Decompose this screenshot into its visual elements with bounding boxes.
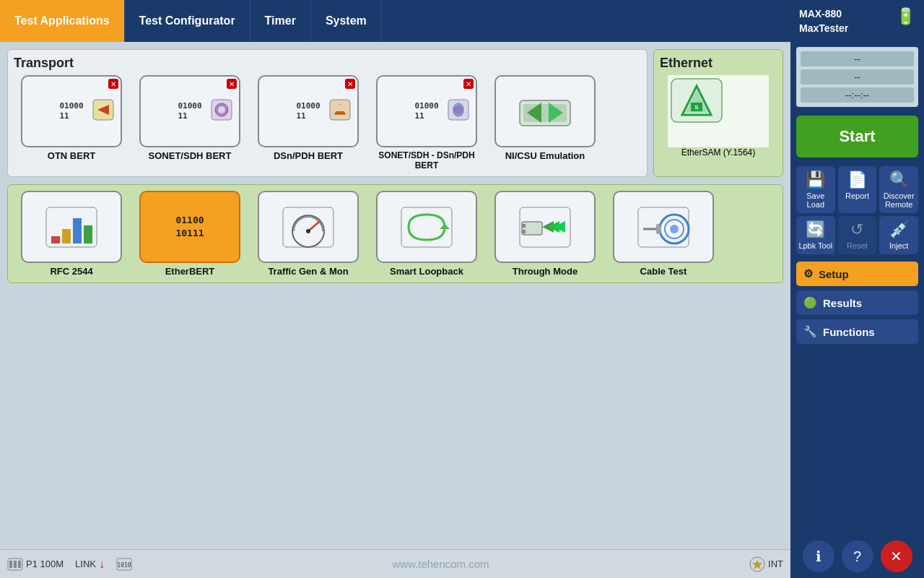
start-button[interactable]: Start [796, 116, 918, 158]
svg-point-42 [670, 225, 679, 233]
status-link: LINK ↓ [75, 558, 105, 571]
svg-rect-48 [18, 561, 21, 568]
svg-rect-34 [522, 224, 526, 228]
setup-panel[interactable]: ⚙ Setup [796, 262, 918, 286]
svg-rect-46 [9, 561, 12, 568]
inject-button[interactable]: 💉 Inject [879, 216, 918, 254]
tab-timer[interactable]: Timer [250, 0, 311, 42]
svg-rect-47 [14, 561, 17, 568]
functions-panel[interactable]: 🔧 Functions [796, 319, 918, 344]
ethernet-apps-row: RFC 2544 0110010111 EtherBERT [7, 184, 783, 283]
sidebar: MAX-880 MaxTester 🔋 -- -- --:--:-- Start… [790, 0, 924, 578]
nav-bar: Test Applications Test Configurator Time… [0, 0, 790, 42]
svg-point-10 [453, 106, 463, 116]
tab-test-configurator[interactable]: Test Configurator [125, 0, 250, 42]
transport-section: Transport ✕ 0100011 [7, 49, 648, 177]
svg-rect-44 [656, 224, 661, 234]
report-button[interactable]: 📄 Report [838, 166, 877, 213]
app-icon-cable-test[interactable]: Cable Test [606, 191, 721, 277]
discover-remote-icon: 🔍 [889, 171, 909, 189]
reset-icon: ↺ [850, 220, 863, 239]
sidebar-header: MAX-880 MaxTester 🔋 [790, 0, 924, 43]
ethernet-section: Ethernet S EtherSAM (Y.1564) [653, 49, 783, 177]
app-icon-traffic-gen-mon[interactable]: Traffic Gen & Mon [250, 191, 366, 277]
app-icon-smart-loopback[interactable]: Smart Loopback [369, 191, 484, 277]
status-int: INT [749, 556, 783, 572]
svg-rect-23 [73, 218, 82, 243]
svg-rect-24 [84, 225, 92, 243]
results-icon: 🟢 [803, 296, 817, 309]
tab-test-applications[interactable]: Test Applications [0, 0, 125, 42]
watermark: www.tehencom.com [144, 558, 738, 570]
svg-rect-25 [283, 207, 334, 247]
info-button[interactable]: ℹ [803, 540, 834, 572]
app-icon-etherbert[interactable]: 0110010111 EtherBERT [132, 191, 248, 277]
app-area: Transport ✕ 0100011 [0, 42, 790, 549]
inject-icon: 💉 [889, 220, 909, 239]
display-time: --:--:-- [801, 87, 914, 103]
results-panel[interactable]: 🟢 Results [796, 290, 918, 315]
svg-rect-21 [51, 236, 60, 243]
info-icon: ℹ [816, 548, 821, 565]
svg-point-4 [218, 106, 225, 113]
reset-button: ↺ Reset [838, 216, 877, 254]
svg-rect-35 [522, 230, 526, 233]
app-icon-sonet-sdh-bert[interactable]: ✕ 0100011 [132, 75, 248, 171]
transport-label: Transport [14, 56, 641, 71]
ethernet-label: Ethernet [660, 56, 777, 71]
lpbk-tool-button[interactable]: 🔄 Lpbk Tool [796, 216, 835, 254]
display-row-2: -- [801, 69, 914, 85]
app-icon-ether-sam[interactable]: S EtherSAM (Y.1564) [660, 75, 777, 158]
save-load-icon: 💾 [806, 171, 825, 189]
tab-system[interactable]: System [311, 0, 382, 42]
status-port: P1 100M [7, 558, 64, 571]
app-icon-ni-csu-emulation[interactable]: NI/CSU Emulation [487, 75, 603, 171]
svg-text:1010: 1010 [117, 562, 131, 569]
app-icon-dsn-pdh-bert[interactable]: ✕ 0100011 [250, 75, 366, 171]
display-row-1: -- [801, 51, 914, 66]
svg-point-29 [306, 229, 310, 233]
link-arrow-icon: ↓ [99, 558, 105, 571]
lpbk-tool-icon: 🔄 [806, 220, 825, 239]
svg-rect-22 [62, 229, 71, 243]
setup-icon: ⚙ [803, 267, 813, 280]
transport-app-row: ✕ 0100011 OT [14, 75, 641, 171]
app-icon-through-mode[interactable]: Through Mode [487, 191, 603, 277]
status-bar: P1 100M LINK ↓ 1010 www.tehencom.com INT [0, 549, 790, 578]
help-icon: ? [853, 548, 861, 565]
sidebar-function-buttons: 💾 SaveLoad 📄 Report 🔍 Discover Remote 🔄 … [790, 162, 924, 259]
close-icon: ✕ [890, 548, 902, 565]
functions-icon: 🔧 [803, 325, 817, 338]
close-button[interactable]: ✕ [881, 540, 912, 572]
save-load-button[interactable]: 💾 SaveLoad [796, 166, 835, 213]
app-icon-rfc2544[interactable]: RFC 2544 [14, 191, 129, 277]
app-icon-sonet-sdh-dsn-pdh-bert[interactable]: ✕ 0100011 [369, 75, 484, 171]
discover-remote-button[interactable]: 🔍 Discover Remote [879, 166, 918, 213]
sidebar-bottom-icons: ℹ ? ✕ [790, 535, 924, 578]
display-panel: -- -- --:--:-- [796, 47, 918, 107]
svg-text:S: S [694, 104, 699, 111]
status-binary: 1010 [116, 558, 132, 571]
app-icon-otn-bert[interactable]: ✕ 0100011 OT [14, 75, 129, 171]
help-button[interactable]: ? [842, 540, 873, 572]
battery-icon: 🔋 [896, 7, 915, 26]
report-icon: 📄 [847, 171, 867, 189]
